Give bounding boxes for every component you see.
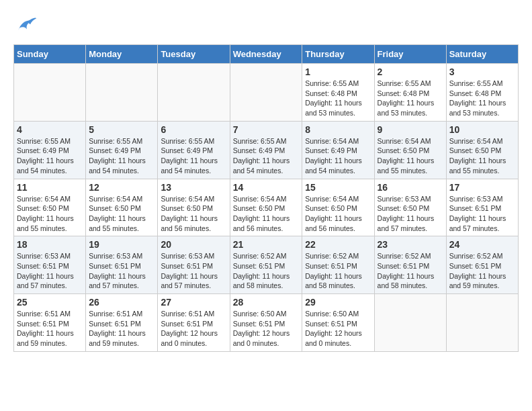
calendar-cell: 2Sunrise: 6:55 AM Sunset: 6:48 PM Daylig… <box>374 64 446 122</box>
weekday-header: Monday <box>86 45 158 64</box>
day-number: 22 <box>305 239 371 250</box>
calendar-cell: 4Sunrise: 6:55 AM Sunset: 6:49 PM Daylig… <box>14 121 86 179</box>
calendar-cell: 22Sunrise: 6:52 AM Sunset: 6:51 PM Dayli… <box>302 236 374 294</box>
calendar-cell: 3Sunrise: 6:55 AM Sunset: 6:48 PM Daylig… <box>446 64 518 122</box>
day-info: Sunrise: 6:53 AM Sunset: 6:50 PM Dayligh… <box>378 194 443 234</box>
calendar-cell: 24Sunrise: 6:52 AM Sunset: 6:51 PM Dayli… <box>446 236 518 294</box>
calendar-cell: 8Sunrise: 6:54 AM Sunset: 6:49 PM Daylig… <box>302 121 374 179</box>
day-info: Sunrise: 6:50 AM Sunset: 6:51 PM Dayligh… <box>305 309 371 349</box>
day-info: Sunrise: 6:54 AM Sunset: 6:50 PM Dayligh… <box>449 136 515 176</box>
calendar-cell: 11Sunrise: 6:54 AM Sunset: 6:50 PM Dayli… <box>14 179 86 236</box>
day-number: 23 <box>378 239 443 250</box>
calendar-cell: 10Sunrise: 6:54 AM Sunset: 6:50 PM Dayli… <box>446 121 518 179</box>
day-number: 14 <box>233 182 300 193</box>
day-number: 7 <box>233 124 300 135</box>
calendar-cell: 20Sunrise: 6:53 AM Sunset: 6:51 PM Dayli… <box>158 236 230 294</box>
calendar-cell: 21Sunrise: 6:52 AM Sunset: 6:51 PM Dayli… <box>230 236 302 294</box>
day-info: Sunrise: 6:54 AM Sunset: 6:50 PM Dayligh… <box>305 194 371 234</box>
calendar-cell: 27Sunrise: 6:51 AM Sunset: 6:51 PM Dayli… <box>158 294 230 352</box>
calendar-cell: 14Sunrise: 6:54 AM Sunset: 6:50 PM Dayli… <box>230 179 302 236</box>
calendar-cell: 23Sunrise: 6:52 AM Sunset: 6:51 PM Dayli… <box>374 236 446 294</box>
calendar-cell: 26Sunrise: 6:51 AM Sunset: 6:51 PM Dayli… <box>86 294 158 352</box>
calendar-cell: 29Sunrise: 6:50 AM Sunset: 6:51 PM Dayli… <box>302 294 374 352</box>
logo-icon <box>13 13 38 38</box>
calendar-cell: 16Sunrise: 6:53 AM Sunset: 6:50 PM Dayli… <box>374 179 446 236</box>
weekday-header: Thursday <box>302 45 374 64</box>
calendar-cell: 28Sunrise: 6:50 AM Sunset: 6:51 PM Dayli… <box>230 294 302 352</box>
day-info: Sunrise: 6:54 AM Sunset: 6:49 PM Dayligh… <box>305 136 371 176</box>
day-number: 12 <box>89 182 154 193</box>
day-number: 20 <box>161 239 226 250</box>
day-info: Sunrise: 6:53 AM Sunset: 6:51 PM Dayligh… <box>89 251 154 291</box>
calendar-cell: 13Sunrise: 6:54 AM Sunset: 6:50 PM Dayli… <box>158 179 230 236</box>
calendar-table: SundayMondayTuesdayWednesdayThursdayFrid… <box>13 44 519 352</box>
calendar-cell <box>14 64 86 122</box>
calendar-cell: 12Sunrise: 6:54 AM Sunset: 6:50 PM Dayli… <box>86 179 158 236</box>
day-number: 16 <box>378 182 443 193</box>
calendar-cell <box>230 64 302 122</box>
day-info: Sunrise: 6:55 AM Sunset: 6:49 PM Dayligh… <box>233 136 300 176</box>
calendar-cell: 6Sunrise: 6:55 AM Sunset: 6:49 PM Daylig… <box>158 121 230 179</box>
day-info: Sunrise: 6:52 AM Sunset: 6:51 PM Dayligh… <box>449 251 515 291</box>
calendar-cell <box>158 64 230 122</box>
day-number: 28 <box>233 297 300 308</box>
day-info: Sunrise: 6:54 AM Sunset: 6:50 PM Dayligh… <box>233 194 300 234</box>
calendar-cell <box>374 294 446 352</box>
day-info: Sunrise: 6:55 AM Sunset: 6:49 PM Dayligh… <box>89 136 154 176</box>
day-number: 5 <box>89 124 154 135</box>
day-info: Sunrise: 6:52 AM Sunset: 6:51 PM Dayligh… <box>233 251 300 291</box>
logo <box>13 13 40 38</box>
day-number: 6 <box>161 124 226 135</box>
day-number: 19 <box>89 239 154 250</box>
day-number: 24 <box>449 239 515 250</box>
calendar-week-row: 25Sunrise: 6:51 AM Sunset: 6:51 PM Dayli… <box>14 294 519 352</box>
day-number: 15 <box>305 182 371 193</box>
calendar-cell: 1Sunrise: 6:55 AM Sunset: 6:48 PM Daylig… <box>302 64 374 122</box>
weekday-header: Tuesday <box>158 45 230 64</box>
calendar-cell: 15Sunrise: 6:54 AM Sunset: 6:50 PM Dayli… <box>302 179 374 236</box>
day-info: Sunrise: 6:54 AM Sunset: 6:50 PM Dayligh… <box>161 194 226 234</box>
day-number: 8 <box>305 124 371 135</box>
calendar-cell: 7Sunrise: 6:55 AM Sunset: 6:49 PM Daylig… <box>230 121 302 179</box>
day-info: Sunrise: 6:51 AM Sunset: 6:51 PM Dayligh… <box>17 309 83 349</box>
calendar-week-row: 18Sunrise: 6:53 AM Sunset: 6:51 PM Dayli… <box>14 236 519 294</box>
day-number: 29 <box>305 297 371 308</box>
day-info: Sunrise: 6:54 AM Sunset: 6:50 PM Dayligh… <box>89 194 154 234</box>
weekday-header: Wednesday <box>230 45 302 64</box>
day-info: Sunrise: 6:52 AM Sunset: 6:51 PM Dayligh… <box>378 251 443 291</box>
calendar-cell: 18Sunrise: 6:53 AM Sunset: 6:51 PM Dayli… <box>14 236 86 294</box>
day-number: 13 <box>161 182 226 193</box>
calendar-week-row: 4Sunrise: 6:55 AM Sunset: 6:49 PM Daylig… <box>14 121 519 179</box>
weekday-header: Saturday <box>446 45 518 64</box>
day-number: 21 <box>233 239 300 250</box>
weekday-header: Sunday <box>14 45 86 64</box>
day-info: Sunrise: 6:53 AM Sunset: 6:51 PM Dayligh… <box>161 251 226 291</box>
weekday-header: Friday <box>374 45 446 64</box>
day-info: Sunrise: 6:51 AM Sunset: 6:51 PM Dayligh… <box>89 309 154 349</box>
day-info: Sunrise: 6:55 AM Sunset: 6:48 PM Dayligh… <box>305 79 371 118</box>
day-info: Sunrise: 6:54 AM Sunset: 6:50 PM Dayligh… <box>378 136 443 176</box>
day-number: 3 <box>449 66 515 77</box>
calendar-cell: 9Sunrise: 6:54 AM Sunset: 6:50 PM Daylig… <box>374 121 446 179</box>
day-info: Sunrise: 6:55 AM Sunset: 6:49 PM Dayligh… <box>161 136 226 176</box>
day-number: 10 <box>449 124 515 135</box>
calendar-cell <box>446 294 518 352</box>
day-info: Sunrise: 6:54 AM Sunset: 6:50 PM Dayligh… <box>17 194 83 234</box>
day-number: 4 <box>17 124 83 135</box>
day-info: Sunrise: 6:52 AM Sunset: 6:51 PM Dayligh… <box>305 251 371 291</box>
page-header <box>13 13 519 38</box>
day-number: 17 <box>449 182 515 193</box>
day-info: Sunrise: 6:53 AM Sunset: 6:51 PM Dayligh… <box>17 251 83 291</box>
day-number: 18 <box>17 239 83 250</box>
day-number: 2 <box>378 66 443 77</box>
day-info: Sunrise: 6:50 AM Sunset: 6:51 PM Dayligh… <box>233 309 300 349</box>
day-number: 25 <box>17 297 83 308</box>
day-number: 9 <box>378 124 443 135</box>
day-info: Sunrise: 6:53 AM Sunset: 6:51 PM Dayligh… <box>449 194 515 234</box>
day-info: Sunrise: 6:55 AM Sunset: 6:49 PM Dayligh… <box>17 136 83 176</box>
calendar-cell: 19Sunrise: 6:53 AM Sunset: 6:51 PM Dayli… <box>86 236 158 294</box>
calendar-cell: 5Sunrise: 6:55 AM Sunset: 6:49 PM Daylig… <box>86 121 158 179</box>
day-info: Sunrise: 6:55 AM Sunset: 6:48 PM Dayligh… <box>378 79 443 118</box>
day-number: 1 <box>305 66 371 77</box>
day-number: 11 <box>17 182 83 193</box>
